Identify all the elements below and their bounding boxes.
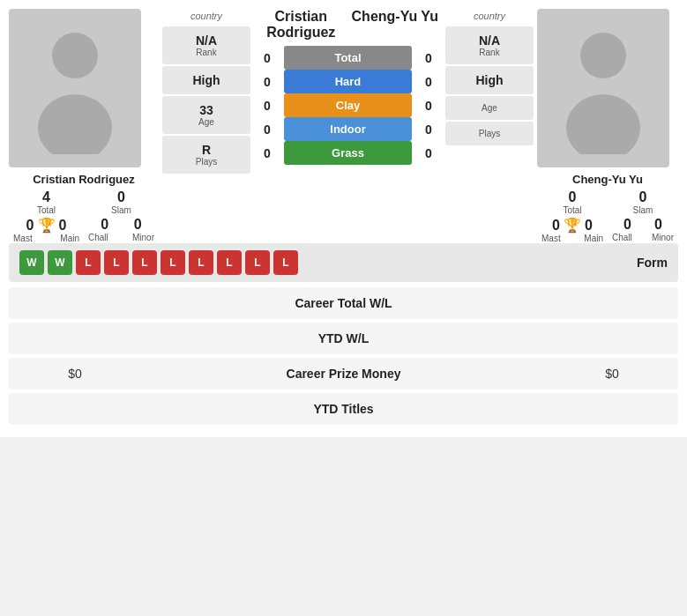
right-mast-label: Mast	[541, 234, 561, 243]
info-row-3: YTD Titles	[9, 393, 678, 425]
right-country: country	[445, 9, 534, 25]
right-rank-box: N/A Rank	[445, 26, 534, 64]
surface-rows: 0 Total 0 0 Hard 0 0 Clay 0	[254, 46, 442, 165]
left-minor-label: Minor	[132, 233, 154, 242]
surface-row-grass: 0 Grass 0	[254, 141, 442, 165]
left-country: country	[162, 9, 250, 25]
surface-row-indoor: 0 Indoor 0	[254, 117, 442, 141]
grass-right-score: 0	[415, 146, 442, 160]
player-names-top: Cristian Rodriguez Cheng-Yu Yu	[254, 9, 442, 41]
left-age-value: 33	[168, 103, 245, 117]
right-total-label: Total	[541, 205, 603, 215]
svg-point-0	[52, 33, 98, 78]
form-badge-5: L	[161, 250, 185, 275]
right-high-box: High	[445, 66, 534, 94]
left-rank-box: N/A Rank	[162, 26, 250, 64]
left-main-value: 0	[59, 218, 67, 234]
left-total-value: 4	[13, 189, 79, 205]
form-badge-9: L	[273, 250, 298, 275]
right-age-label: Age	[451, 103, 528, 113]
surface-btn-hard[interactable]: Hard	[284, 70, 412, 93]
total-left-score: 0	[254, 51, 280, 65]
right-player-block: Cheng-Yu Yu 0 Total 0 Slam 0 🏆 0	[537, 9, 678, 243]
left-high-box: High	[162, 66, 250, 94]
center-block: country N/A Rank High 33 Age R Plays	[162, 9, 534, 174]
surface-column: Cristian Rodriguez Cheng-Yu Yu 0 Total 0…	[254, 9, 442, 174]
left-plays-label: Plays	[168, 157, 245, 167]
left-main-label: Main	[60, 234, 79, 243]
surface-btn-clay[interactable]: Clay	[284, 93, 412, 117]
left-slam-stat: 0 Slam	[88, 189, 154, 215]
right-mast-value: 0	[552, 218, 560, 234]
info-row-2: $0Career Prize Money$0	[9, 358, 678, 390]
indoor-right-score: 0	[415, 122, 442, 137]
form-badge-3: L	[104, 250, 129, 275]
left-mast-value: 0	[26, 218, 34, 234]
surface-row-hard: 0 Hard 0	[254, 70, 442, 93]
right-mast-stat: 0 🏆 0 Mast Main	[541, 217, 603, 243]
total-right-score: 0	[415, 51, 442, 65]
info-row-label-3: YTD Titles	[128, 402, 559, 416]
right-name-top: Cheng-Yu Yu	[348, 9, 443, 41]
surface-row-clay: 0 Clay 0	[254, 93, 442, 117]
svg-point-2	[580, 33, 626, 78]
right-slam-value: 0	[612, 189, 674, 205]
right-slam-stat: 0 Slam	[612, 189, 674, 215]
bottom-rows: Career Total W/LYTD W/L$0Career Prize Mo…	[9, 287, 678, 425]
hard-right-score: 0	[415, 75, 442, 89]
surface-btn-total[interactable]: Total	[284, 46, 412, 70]
left-player-avatar	[9, 9, 141, 167]
left-age-label: Age	[168, 117, 245, 127]
info-row-0: Career Total W/L	[9, 287, 678, 319]
main-wrapper: Cristian Rodriguez 4 Total 0 Slam 0 🏆 0	[0, 0, 687, 437]
left-total-label: Total	[13, 205, 79, 215]
right-minor-label: Minor	[652, 233, 674, 242]
right-total-stat: 0 Total	[541, 189, 603, 215]
right-stat-column: country N/A Rank High Age Plays	[445, 9, 534, 174]
form-badge-4: L	[132, 250, 157, 275]
left-stat-column: country N/A Rank High 33 Age R Plays	[162, 9, 250, 174]
right-player-name: Cheng-Yu Yu	[537, 173, 678, 186]
right-plays-label: Plays	[451, 129, 528, 138]
right-rank-label: Rank	[451, 48, 528, 57]
left-trophy-icon: 🏆	[38, 217, 56, 234]
left-rank-label: Rank	[168, 48, 245, 57]
left-plays-box: R Plays	[162, 136, 250, 174]
left-player-stats: 4 Total 0 Slam 0 🏆 0 Mast Main	[9, 189, 159, 243]
left-name-top: Cristian Rodriguez	[254, 9, 348, 41]
right-high-value: High	[451, 73, 528, 87]
right-player-avatar	[537, 9, 669, 167]
surface-btn-grass[interactable]: Grass	[284, 141, 412, 165]
form-badge-8: L	[245, 250, 270, 275]
right-plays-box: Plays	[445, 122, 534, 145]
left-player-block: Cristian Rodriguez 4 Total 0 Slam 0 🏆 0	[9, 9, 159, 243]
form-label: Form	[637, 256, 668, 270]
info-row-label-1: YTD W/L	[128, 331, 559, 345]
left-total-stat: 4 Total	[13, 189, 79, 215]
grass-left-score: 0	[254, 146, 280, 160]
form-badge-0: W	[19, 250, 44, 275]
right-chall-stat: 0 0 Chall Minor	[612, 217, 674, 243]
left-player-name: Cristian Rodriguez	[9, 173, 159, 186]
right-trophy-icon: 🏆	[564, 217, 581, 234]
right-chall-value: 0	[624, 217, 631, 233]
right-minor-value: 0	[654, 217, 662, 233]
right-player-stats: 0 Total 0 Slam 0 🏆 0 Mast Main	[537, 189, 678, 243]
left-mast-stat: 0 🏆 0 Mast Main	[13, 217, 79, 243]
left-chall-label: Chall	[88, 233, 108, 242]
right-age-box: Age	[445, 96, 534, 120]
right-main-label: Main	[584, 234, 603, 243]
left-mast-row: 0 🏆 0	[13, 217, 79, 234]
form-badge-2: L	[76, 250, 101, 275]
form-badge-6: L	[189, 250, 213, 275]
surface-btn-indoor[interactable]: Indoor	[284, 117, 412, 141]
indoor-left-score: 0	[254, 122, 280, 137]
top-section: Cristian Rodriguez 4 Total 0 Slam 0 🏆 0	[9, 9, 678, 243]
left-plays-value: R	[168, 143, 245, 157]
right-rank-value: N/A	[451, 33, 528, 48]
info-row-left-2: $0	[22, 367, 128, 381]
info-row-1: YTD W/L	[9, 323, 678, 354]
surface-row-total: 0 Total 0	[254, 46, 442, 70]
info-row-label-0: Career Total W/L	[128, 296, 559, 310]
left-rank-value: N/A	[168, 33, 245, 48]
